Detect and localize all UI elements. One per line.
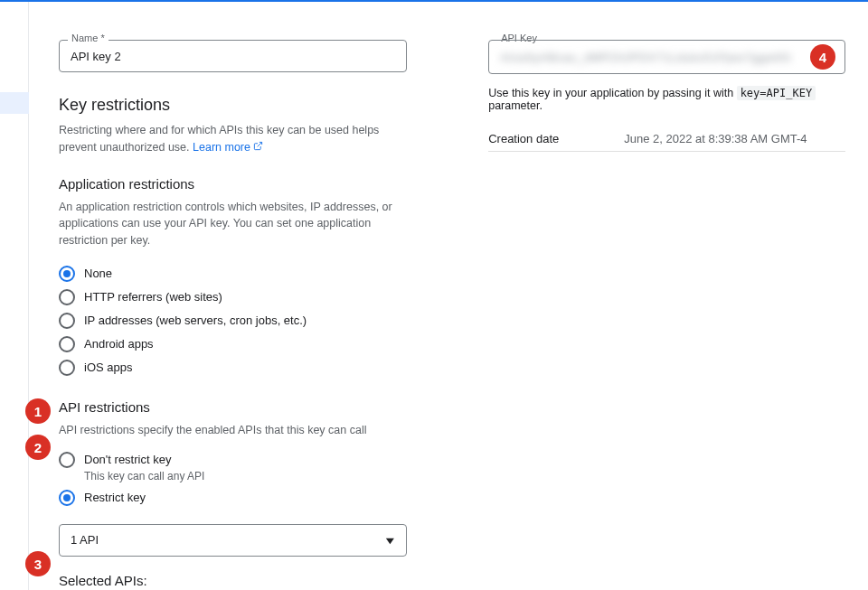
svg-line-0 (258, 142, 262, 146)
creation-date-value: June 2, 2022 at 8:39:38 AM GMT-4 (624, 132, 807, 145)
api-restrictions-radio-group: Don't restrict key This key can call any… (59, 448, 407, 510)
external-link-icon (253, 141, 263, 154)
api-restrictions-desc: API restrictions specify the enabled API… (59, 422, 407, 439)
radio-label: HTTP referrers (web sites) (84, 290, 222, 304)
hint-suffix: parameter. (488, 99, 542, 112)
selected-apis-heading: Selected APIs: (59, 573, 407, 588)
name-input[interactable] (59, 40, 407, 72)
callout-3: 3 (25, 551, 51, 576)
radio-icon (59, 336, 75, 352)
radio-label: Don't restrict key (84, 453, 171, 466)
api-restriction-dont-restrict[interactable]: Don't restrict key (59, 448, 407, 472)
radio-icon (59, 313, 75, 329)
app-restrictions-desc: An application restriction controls whic… (59, 199, 407, 249)
app-restriction-ip[interactable]: IP addresses (web servers, cron jobs, et… (59, 309, 407, 332)
name-field-wrap: Name * (59, 40, 407, 72)
dont-restrict-sub: This key can call any API (84, 470, 407, 482)
app-restrictions-radio-group: None HTTP referrers (web sites) IP addre… (59, 262, 407, 379)
radio-icon (59, 452, 75, 468)
key-restrictions-desc: Restricting where and for which APIs thi… (59, 122, 407, 156)
radio-label: None (84, 267, 112, 280)
api-key-hint: Use this key in your application by pass… (488, 87, 845, 112)
callout-4: 4 (810, 44, 835, 70)
app-restriction-android[interactable]: Android apps (59, 332, 407, 356)
app-restriction-none[interactable]: None (59, 262, 407, 286)
api-key-masked-value: AIzaSyABcau_dMPZ4JPDX71Lduks51Pjwo7ggw0G (500, 51, 791, 64)
api-key-box: AIzaSyABcau_dMPZ4JPDX71Lduks51Pjwo7ggw0G (488, 40, 845, 74)
sidebar-stub (0, 2, 29, 590)
api-restrictions-heading: API restrictions (59, 399, 407, 415)
radio-icon (59, 289, 75, 305)
creation-date-row: Creation date June 2, 2022 at 8:39:38 AM… (488, 125, 845, 152)
name-field-label: Name * (68, 33, 108, 43)
sidebar-active-item[interactable] (0, 92, 29, 114)
app-restrictions-heading: Application restrictions (59, 176, 407, 192)
radio-icon (59, 490, 75, 506)
api-restriction-restrict[interactable]: Restrict key (59, 486, 407, 510)
callout-2: 2 (25, 435, 51, 460)
app-restriction-http[interactable]: HTTP referrers (web sites) (59, 286, 407, 309)
api-select-dropdown[interactable]: 1 API ▼ (59, 524, 407, 557)
radio-icon (59, 360, 75, 376)
callout-1: 1 (25, 398, 51, 424)
chevron-down-icon: ▼ (383, 535, 397, 546)
top-accent-bar (0, 0, 868, 2)
radio-label: Restrict key (84, 491, 146, 504)
radio-label: Android apps (84, 337, 154, 351)
hint-prefix: Use this key in your application by pass… (488, 87, 733, 99)
radio-label: iOS apps (84, 361, 132, 374)
app-restriction-ios[interactable]: iOS apps (59, 356, 407, 379)
key-restrictions-heading: Key restrictions (59, 96, 407, 115)
radio-label: IP addresses (web servers, cron jobs, et… (84, 314, 307, 327)
hint-code: key=API_KEY (737, 86, 816, 100)
learn-more-link[interactable]: Learn more (193, 141, 250, 154)
creation-date-label: Creation date (488, 132, 624, 145)
api-select-value: 1 API (71, 533, 99, 547)
radio-icon (59, 266, 75, 282)
